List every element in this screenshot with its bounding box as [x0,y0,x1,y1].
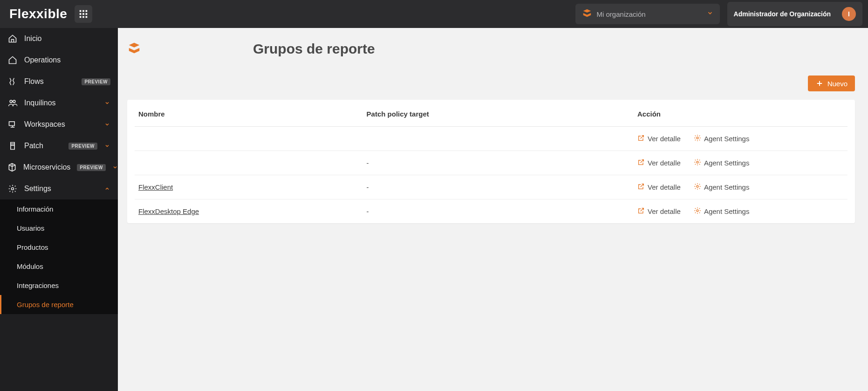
row-name-link[interactable]: FlexxDesktop Edge [138,207,199,215]
external-link-icon [637,134,645,143]
cell-target: - [363,199,634,224]
svg-point-12 [697,185,698,187]
app-header: Flexxible Mi organización Administrador … [0,0,868,28]
sidebar-item-inicio[interactable]: Inicio [0,28,118,49]
avatar: I [842,7,856,21]
sub-item-productos[interactable]: Productos [0,238,118,257]
cell-name [135,127,363,151]
chevron-down-icon [104,121,110,128]
sub-item-label: Grupos de reporte [17,301,74,309]
view-detail-label: Ver detalle [648,135,681,143]
view-detail-link[interactable]: Ver detalle [637,134,681,143]
sub-item-label: Integraciones [17,281,59,289]
sidebar-item-label: Workspaces [24,120,97,129]
agent-settings-link[interactable]: Agent Settings [694,207,750,216]
sidebar: Inicio Operations Flows PREVIEW Inquilin… [0,28,118,391]
cell-target [363,127,634,151]
external-link-icon [637,158,645,167]
user-menu[interactable]: Administrador de Organización I [727,2,862,26]
sidebar-item-workspaces[interactable]: Workspaces [0,114,118,135]
svg-point-10 [697,137,698,139]
table-row: Ver detalleAgent Settings [135,127,847,151]
sidebar-item-flows[interactable]: Flows PREVIEW [0,71,118,92]
gear-icon [694,134,701,143]
sidebar-item-label: Flows [24,77,75,86]
gear-icon [694,183,701,192]
organization-icon [127,41,141,57]
app-switcher-button[interactable] [75,5,92,23]
page-title: Grupos de reporte [253,41,375,57]
view-detail-link[interactable]: Ver detalle [637,207,681,216]
svg-rect-7 [83,16,85,18]
agent-settings-link[interactable]: Agent Settings [694,158,750,167]
sub-item-grupos-de-reporte[interactable]: Grupos de reporte [0,295,118,314]
gear-icon [7,184,18,194]
sidebar-item-label: Settings [24,185,97,193]
main-content: Grupos de reporte Nuevo Nombre Patch pol… [118,28,868,391]
agent-settings-label: Agent Settings [704,183,750,191]
agent-settings-link[interactable]: Agent Settings [694,134,750,143]
external-link-icon [637,207,645,216]
chevron-up-icon [104,185,110,192]
sub-item-integraciones[interactable]: Integraciones [0,276,118,295]
svg-rect-3 [80,13,82,15]
sidebar-item-label: Patch [24,142,62,150]
cell-action: Ver detalleAgent Settings [634,127,847,151]
sidebar-item-microservicios[interactable]: Microservicios PREVIEW [0,157,118,178]
user-role: Administrador de Organización [734,10,831,18]
cell-target: - [363,175,634,199]
sidebar-item-label: Inicio [24,34,110,43]
sub-item-modulos[interactable]: Módulos [0,257,118,276]
svg-point-13 [697,210,698,212]
cell-action: Ver detalleAgent Settings [634,175,847,199]
flows-icon [7,76,18,87]
preview-badge: PREVIEW [68,143,97,150]
svg-rect-5 [86,13,88,15]
svg-point-9 [12,188,14,190]
gear-icon [694,207,701,216]
sub-item-informacion[interactable]: Información [0,199,118,219]
cell-name: FlexxClient [135,175,363,199]
agent-settings-label: Agent Settings [704,207,750,215]
column-header-name: Nombre [135,100,363,127]
chevron-down-icon [104,100,110,106]
chevron-down-icon [707,10,713,18]
sidebar-item-operations[interactable]: Operations [0,49,118,71]
agent-settings-label: Agent Settings [704,135,750,143]
grid-icon [78,9,89,19]
organization-name: Mi organización [597,10,702,18]
sidebar-item-inquilinos[interactable]: Inquilinos [0,92,118,114]
svg-rect-0 [80,10,82,12]
sidebar-item-label: Operations [24,56,110,64]
view-detail-link[interactable]: Ver detalle [637,183,681,192]
new-button[interactable]: Nuevo [808,75,855,91]
operations-icon [7,55,18,65]
cell-name [135,151,363,175]
svg-point-11 [697,161,698,163]
column-header-action: Acción [634,100,847,127]
row-name-link[interactable]: FlexxClient [138,183,173,191]
sub-item-usuarios[interactable]: Usuarios [0,219,118,238]
chevron-down-icon [112,164,118,171]
report-groups-card: Nombre Patch policy target Acción Ver de… [127,100,855,223]
home-icon [7,34,18,44]
view-detail-link[interactable]: Ver detalle [637,158,681,167]
sub-item-label: Información [17,205,53,213]
table-row: FlexxDesktop Edge-Ver detalleAgent Setti… [135,199,847,224]
sidebar-item-patch[interactable]: Patch PREVIEW [0,135,118,157]
organization-selector[interactable]: Mi organización [575,4,720,24]
chevron-down-icon [104,143,110,149]
svg-rect-4 [83,13,85,15]
report-groups-table: Nombre Patch policy target Acción Ver de… [135,100,847,223]
cell-target: - [363,151,634,175]
cell-name: FlexxDesktop Edge [135,199,363,224]
sidebar-item-settings[interactable]: Settings [0,178,118,199]
table-row: -Ver detalleAgent Settings [135,151,847,175]
new-button-label: Nuevo [827,80,847,88]
sub-item-label: Usuarios [17,224,44,232]
agent-settings-link[interactable]: Agent Settings [694,183,750,192]
svg-rect-6 [80,16,82,18]
column-header-target: Patch policy target [363,100,634,127]
gear-icon [694,158,701,167]
settings-submenu: Información Usuarios Productos Módulos I… [0,199,118,314]
